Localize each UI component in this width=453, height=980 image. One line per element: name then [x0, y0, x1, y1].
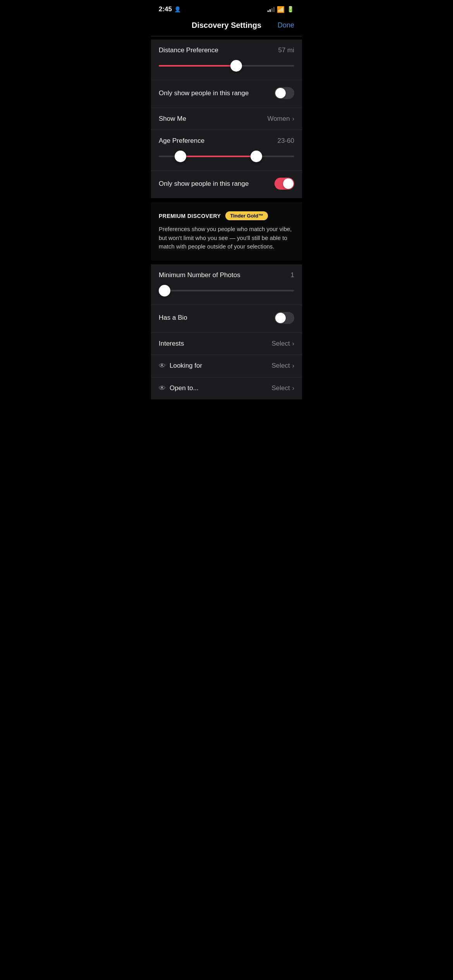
has-bio-toggle[interactable] — [275, 312, 294, 324]
open-to-label-container: 👁 Open to... — [159, 384, 199, 392]
min-photos-label: Minimum Number of Photos — [159, 271, 240, 279]
age-min-thumb[interactable] — [175, 151, 186, 162]
show-me-value-container: Women › — [267, 115, 294, 123]
open-to-row[interactable]: 👁 Open to... Select › — [151, 377, 302, 399]
open-to-label: Open to... — [170, 384, 199, 392]
has-bio-row: Has a Bio — [151, 305, 302, 333]
only-show-range-1-label: Only show people in this range — [159, 89, 249, 97]
looking-for-label: Looking for — [170, 362, 202, 370]
min-photos-slider[interactable] — [159, 284, 294, 298]
additional-settings-section: Minimum Number of Photos 1 Has a Bio Int… — [151, 264, 302, 399]
interests-label: Interests — [159, 340, 184, 348]
distance-value: 57 mi — [278, 46, 294, 54]
section-gap-1 — [151, 36, 302, 39]
only-show-range-2-label: Only show people in this range — [159, 180, 249, 188]
page-title: Discovery Settings — [192, 21, 261, 30]
nav-header: Discovery Settings Done — [151, 16, 302, 36]
toggle-knob-3 — [275, 313, 286, 323]
photos-track-bg — [159, 290, 294, 291]
looking-for-value: Select — [271, 362, 290, 370]
main-settings-section: Distance Preference 57 mi Only show peop… — [151, 39, 302, 198]
open-to-chevron: › — [292, 385, 294, 392]
status-time: 2:45 👤 — [159, 5, 181, 13]
show-me-value: Women — [267, 115, 290, 123]
looking-for-value-container: Select › — [271, 362, 294, 370]
signal-icon — [268, 7, 275, 12]
show-me-label: Show Me — [159, 115, 186, 123]
premium-section: PREMIUM DISCOVERY Tinder Gold™ Preferenc… — [151, 202, 302, 260]
distance-slider[interactable] — [159, 59, 294, 73]
age-range-slider[interactable] — [159, 149, 294, 163]
premium-title: PREMIUM DISCOVERY — [159, 213, 221, 219]
tinder-gold-badge[interactable]: Tinder Gold™ — [225, 211, 268, 220]
open-to-value-container: Select › — [271, 384, 294, 392]
show-me-row[interactable]: Show Me Women › — [151, 108, 302, 130]
eye-icon-1: 👁 — [159, 362, 166, 370]
person-icon: 👤 — [174, 6, 181, 12]
eye-icon-2: 👁 — [159, 384, 166, 392]
premium-description: Preferences show you people who match yo… — [159, 225, 294, 251]
toggle-knob-2 — [283, 178, 293, 189]
only-show-range-2-row: Only show people in this range — [151, 171, 302, 198]
distance-track-fill — [159, 65, 236, 67]
age-preference-row: Age Preference 23-60 — [151, 130, 302, 171]
interests-row[interactable]: Interests Select › — [151, 333, 302, 355]
looking-for-row[interactable]: 👁 Looking for Select › — [151, 355, 302, 377]
interests-value: Select — [271, 340, 290, 348]
only-show-range-2-toggle[interactable] — [275, 178, 294, 190]
distance-label: Distance Preference — [159, 46, 218, 54]
age-value: 23-60 — [278, 137, 294, 145]
open-to-right: Select › — [261, 384, 294, 392]
battery-icon: 🔋 — [287, 6, 294, 13]
show-me-chevron: › — [292, 115, 294, 122]
age-track-fill — [180, 156, 256, 157]
interests-chevron: › — [292, 340, 294, 347]
open-to-value: Select — [271, 384, 290, 392]
age-max-thumb[interactable] — [251, 151, 262, 162]
looking-for-chevron: › — [292, 362, 294, 369]
section-gap-2 — [151, 199, 302, 202]
section-gap-3 — [151, 261, 302, 264]
looking-for-label-container: 👁 Looking for — [159, 362, 202, 370]
only-show-range-1-row: Only show people in this range — [151, 80, 302, 108]
wifi-icon: 📶 — [277, 6, 285, 13]
age-label: Age Preference — [159, 137, 204, 145]
interests-value-container: Select › — [271, 340, 294, 348]
premium-header: PREMIUM DISCOVERY Tinder Gold™ — [159, 211, 294, 220]
done-button[interactable]: Done — [278, 21, 294, 29]
has-bio-label: Has a Bio — [159, 314, 187, 322]
distance-preference-row: Distance Preference 57 mi — [151, 39, 302, 80]
status-bar: 2:45 👤 📶 🔋 — [151, 0, 302, 16]
distance-thumb[interactable] — [230, 60, 242, 72]
status-icons: 📶 🔋 — [268, 6, 294, 13]
photos-thumb[interactable] — [159, 285, 170, 296]
min-photos-value: 1 — [291, 271, 294, 279]
min-photos-row: Minimum Number of Photos 1 — [151, 264, 302, 305]
only-show-range-1-toggle[interactable] — [275, 87, 294, 99]
toggle-knob-1 — [275, 88, 286, 98]
